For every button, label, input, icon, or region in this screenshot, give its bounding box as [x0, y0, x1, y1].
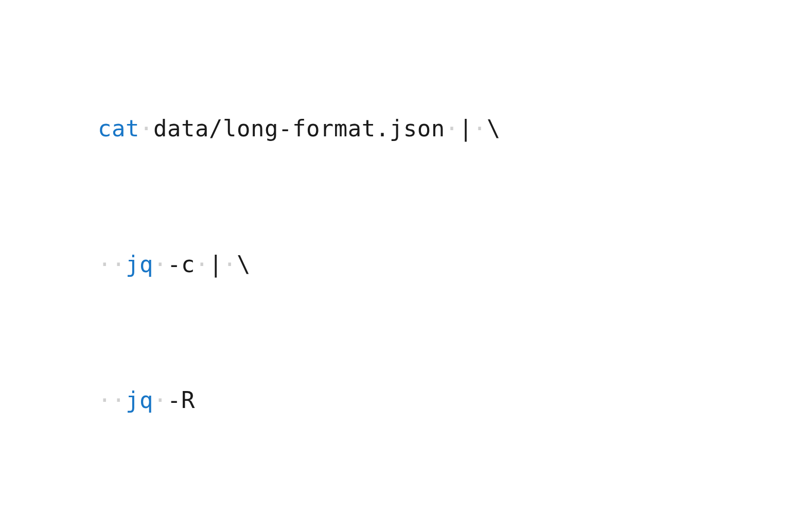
whitespace-dot: · — [223, 251, 237, 277]
pipe-symbol: | — [209, 251, 223, 277]
whitespace-dot: · — [112, 387, 126, 413]
whitespace-dot: · — [98, 251, 112, 277]
code-line-3: ··jq·-R — [98, 378, 810, 423]
whitespace-dot: · — [139, 115, 153, 141]
code-block-short-flags: cat·data/long-format.json·|·\ ··jq·-c·|·… — [0, 15, 810, 513]
document-container: cat·data/long-format.json·|·\ ··jq·-c·|·… — [0, 15, 810, 517]
flag-compact-short: -c — [167, 251, 195, 277]
whitespace-dot: · — [445, 115, 459, 141]
command-jq: jq — [126, 251, 153, 277]
whitespace-dot: · — [112, 251, 126, 277]
pipe-symbol: | — [459, 115, 473, 141]
line-continuation: \ — [487, 115, 501, 141]
command-jq: jq — [126, 387, 153, 413]
command-cat: cat — [98, 115, 139, 141]
code-line-2: ··jq·-c·|·\ — [98, 242, 810, 287]
whitespace-dot: · — [153, 387, 167, 413]
line-continuation: \ — [237, 251, 251, 277]
whitespace-dot: · — [98, 387, 112, 413]
argument-filepath: data/long-format.json — [153, 115, 445, 141]
code-line-1: cat·data/long-format.json·|·\ — [98, 106, 810, 151]
whitespace-dot: · — [195, 251, 209, 277]
whitespace-dot: · — [153, 251, 167, 277]
flag-raw-short: -R — [167, 387, 195, 413]
whitespace-dot: · — [473, 115, 487, 141]
